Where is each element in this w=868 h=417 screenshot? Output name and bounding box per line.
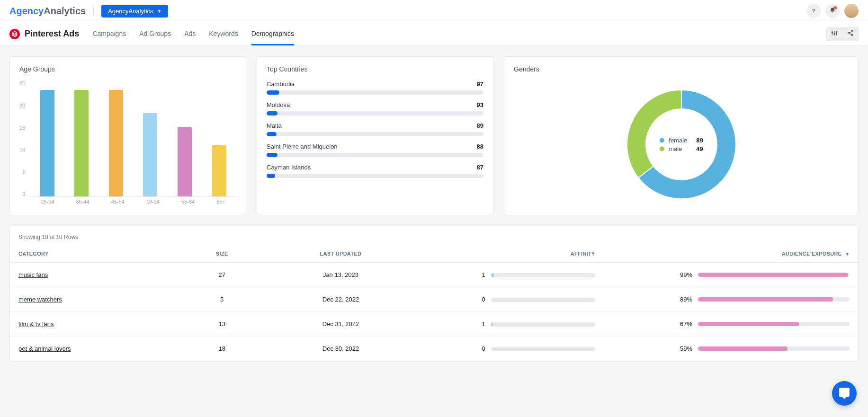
tabs: Campaigns Ad Groups Ads Keywords Demogra… [92,22,294,45]
affinity-bar [491,347,595,351]
svg-point-5 [836,31,837,32]
bar [212,145,226,196]
cell-last-updated: Dec 22, 2022 [264,287,417,312]
y-tick: 20 [19,103,25,108]
logo-divider [93,6,94,16]
col-audience-exposure[interactable]: AUDIENCE EXPOSURE ▼ [604,245,858,263]
cards-row: Age Groups 25 20 15 10 5 0 25-3435-4445-… [0,46,868,226]
top-header-right: ? [806,4,859,18]
share-button[interactable] [842,27,859,41]
cell-affinity: 0 [417,337,604,361]
exposure-bar-fill [698,297,833,302]
workspace-label: AgencyAnalytics [108,8,153,15]
svg-point-4 [834,34,835,35]
legend-label: female [669,137,691,144]
cell-size: 18 [179,337,264,361]
exposure-bar-fill [698,273,848,277]
tab-ads[interactable]: Ads [184,22,196,45]
country-head: Malta89 [267,122,483,129]
country-row: Cayman Islands87 [267,164,483,178]
genders-chart: female 89 male 49 [514,80,849,208]
sub-header-left: Pinterest Ads Campaigns Ad Groups Ads Ke… [9,22,294,45]
col-size[interactable]: SIZE [179,245,264,263]
exposure-bar-fill [698,346,787,351]
logo-part-analytics: Analytics [44,6,86,16]
country-head: Cayman Islands87 [267,164,483,171]
sub-header: Pinterest Ads Campaigns Ad Groups Ads Ke… [0,22,868,46]
sort-desc-icon: ▼ [845,252,850,257]
x-tick: 25-34 [41,199,54,208]
svg-point-7 [848,32,850,34]
col-affinity[interactable]: AFFINITY [417,245,604,263]
cell-affinity: 1 [417,263,604,287]
country-value: 87 [477,164,483,171]
x-tick: 45-54 [111,199,125,208]
col-category[interactable]: CATEGORY [10,245,179,263]
share-icon [847,30,854,38]
page-title-group: Pinterest Ads [9,29,79,39]
bar [74,90,89,196]
country-name: Cambodia [267,80,295,88]
country-row: Cambodia97 [267,80,483,95]
table-row: music fans27Jan 13, 2023199% [10,263,858,287]
exposure-bar [698,346,850,351]
country-name: Cayman Islands [267,164,311,171]
top-header-left: AgencyAnalytics AgencyAnalytics ▼ [9,5,168,18]
table-row: film & tv fans13Dec 31, 2022167% [10,312,858,337]
age-groups-title: Age Groups [19,65,236,73]
y-tick: 10 [19,147,25,152]
sliders-icon [831,30,838,38]
table-body: music fans27Jan 13, 2023199%meme watcher… [10,263,858,361]
cell-affinity: 0 [417,287,604,312]
category-link[interactable]: film & tv fans [18,320,54,328]
affinity-bar [491,322,595,327]
notification-dot-icon [833,6,837,9]
x-tick: 65+ [216,199,225,208]
bar [143,113,157,196]
category-link[interactable]: meme watchers [18,296,62,303]
category-link[interactable]: music fans [18,271,48,278]
table-row: pet & animal lovers18Dec 30, 2022059% [10,337,858,361]
country-value: 88 [477,143,483,150]
workspace-dropdown[interactable]: AgencyAnalytics ▼ [101,5,168,18]
tab-keywords[interactable]: Keywords [209,22,238,45]
cell-last-updated: Jan 13, 2023 [264,263,417,287]
tab-demographics[interactable]: Demographics [251,22,294,45]
tab-ad-groups[interactable]: Ad Groups [139,22,171,45]
user-avatar[interactable] [844,4,859,18]
legend-value: 89 [696,137,703,144]
logo-part-agency: Agency [9,6,44,16]
tab-campaigns[interactable]: Campaigns [92,22,126,45]
exposure-bar-fill [698,322,799,326]
table-meta: Showing 10 of 10 Rows [10,226,858,245]
settings-button[interactable] [826,27,842,41]
country-name: Moldova [267,101,290,108]
y-tick: 15 [19,125,25,131]
top-header: AgencyAnalytics AgencyAnalytics ▼ ? [0,0,868,22]
category-link[interactable]: pet & animal lovers [18,345,71,352]
help-icon: ? [812,8,815,15]
logo[interactable]: AgencyAnalytics [9,6,86,17]
legend-dot-icon [659,138,664,142]
bar [178,127,192,196]
exposure-bar [698,273,850,277]
help-button[interactable]: ? [806,4,821,18]
notifications-button[interactable] [825,4,840,18]
country-value: 89 [477,122,483,129]
country-name: Saint Pierre and Miquelon [267,143,338,150]
col-last-updated[interactable]: LAST UPDATED [264,245,417,263]
y-tick: 25 [19,80,25,86]
x-tick: 18-24 [146,199,160,208]
table-row: meme watchers5Dec 22, 2022089% [10,287,858,312]
cell-last-updated: Dec 30, 2022 [264,337,417,361]
affinity-bar-fill [491,273,494,277]
country-bar [267,174,483,178]
country-bar [267,132,483,136]
affinity-bar-fill [491,322,493,327]
bar-y-axis: 25 20 15 10 5 0 [19,80,30,197]
cell-size: 5 [179,287,264,312]
country-head: Saint Pierre and Miquelon88 [267,143,483,150]
country-bar-fill [267,174,275,178]
legend-label: male [669,145,691,152]
svg-point-8 [851,34,853,36]
